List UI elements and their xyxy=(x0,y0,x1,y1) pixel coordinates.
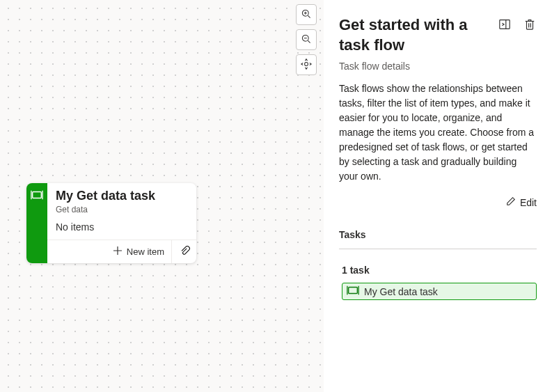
panel-subtitle: Task flow details xyxy=(339,61,537,72)
svg-rect-8 xyxy=(33,192,42,198)
svg-line-1 xyxy=(308,15,310,17)
open-task-flow-button[interactable] xyxy=(498,18,512,32)
edit-button[interactable]: Edit xyxy=(506,196,537,208)
details-panel: Get started with a task flow xyxy=(324,0,552,392)
plus-icon xyxy=(113,246,123,258)
task-chip-label: My Get data task xyxy=(364,286,438,297)
task-card-body: My Get data task Get data No items New i… xyxy=(47,183,196,263)
attachment-icon xyxy=(179,245,190,258)
new-item-button[interactable]: New item xyxy=(106,240,171,263)
svg-line-5 xyxy=(308,40,310,42)
svg-rect-17 xyxy=(349,288,358,294)
task-type-icon xyxy=(31,190,43,202)
edit-label: Edit xyxy=(520,197,537,208)
attach-button[interactable] xyxy=(171,240,196,263)
open-panel-icon xyxy=(498,18,511,33)
task-card-title: My Get data task xyxy=(56,189,188,203)
fit-to-screen-icon xyxy=(301,58,312,72)
task-chip-icon xyxy=(347,285,359,297)
delete-button[interactable] xyxy=(523,18,537,32)
panel-title: Get started with a task flow xyxy=(339,15,491,55)
task-card-footer: New item xyxy=(47,240,196,263)
tasks-section-label: Tasks xyxy=(339,229,537,249)
zoom-out-icon xyxy=(301,33,312,47)
fit-to-screen-button[interactable] xyxy=(296,54,317,75)
trash-icon xyxy=(523,18,536,33)
task-card-empty-text: No items xyxy=(47,217,196,240)
pencil-icon xyxy=(506,196,516,208)
task-card-subtitle: Get data xyxy=(56,205,188,214)
task-count: 1 task xyxy=(342,265,537,276)
task-flow-canvas[interactable]: My Get data task Get data No items New i… xyxy=(0,0,324,392)
zoom-in-icon xyxy=(301,8,312,22)
task-chip[interactable]: My Get data task xyxy=(342,283,537,300)
zoom-out-button[interactable] xyxy=(296,29,317,50)
task-card-stripe xyxy=(26,183,47,263)
svg-point-7 xyxy=(305,62,308,65)
new-item-label: New item xyxy=(127,246,164,257)
zoom-controls xyxy=(296,4,317,75)
zoom-in-button[interactable] xyxy=(296,4,317,25)
task-card[interactable]: My Get data task Get data No items New i… xyxy=(26,183,196,263)
panel-description: Task flows show the relationships betwee… xyxy=(339,81,537,184)
